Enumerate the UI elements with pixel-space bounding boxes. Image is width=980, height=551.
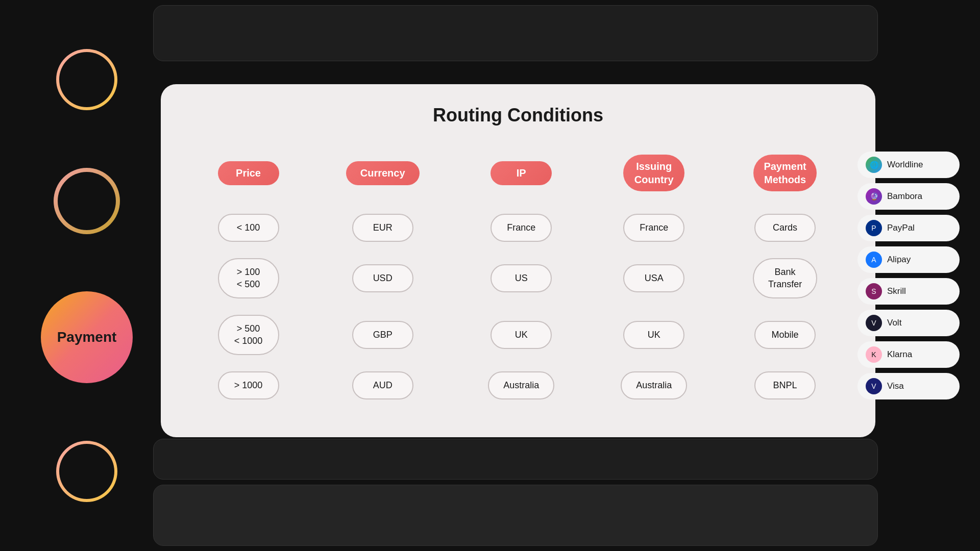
cell-payment_methods-0: Cards xyxy=(720,210,850,246)
pill-payment_methods-3: BNPL xyxy=(754,371,816,399)
paypal-label: PayPal xyxy=(887,223,915,233)
routing-card: Routing Conditions Price Currency IP Iss… xyxy=(161,84,875,437)
col-header-currency: Currency xyxy=(310,155,455,202)
pill-ip-2: UK xyxy=(491,321,552,349)
cell-ip-0: France xyxy=(455,210,587,246)
table-row: > 100< 500USDUSUSABankTransfer xyxy=(186,254,850,303)
provider-bambora[interactable]: 🔮Bambora xyxy=(857,183,960,210)
bottom-card-dark xyxy=(153,439,878,480)
pill-payment_methods-1: BankTransfer xyxy=(753,258,817,298)
table-row: < 100EURFranceFranceCards xyxy=(186,210,850,246)
cell-price-2: > 500< 1000 xyxy=(186,311,310,359)
left-decorations: Payment xyxy=(41,0,133,551)
cell-issuing_country-0: France xyxy=(587,210,720,246)
cell-ip-2: UK xyxy=(455,311,587,359)
pill-issuing_country-3: Australia xyxy=(621,371,687,399)
cell-payment_methods-2: Mobile xyxy=(720,311,850,359)
right-sidebar: 🌐Worldline🔮BamboraPPayPalAAlipaySSkrillV… xyxy=(857,152,960,399)
table-header-row: Price Currency IP IssuingCountry Payment… xyxy=(186,155,850,202)
routing-title: Routing Conditions xyxy=(186,105,850,126)
payment-methods-header-pill: PaymentMethods xyxy=(753,155,816,191)
bambora-label: Bambora xyxy=(887,191,922,202)
klarna-label: Klarna xyxy=(887,349,912,360)
bambora-icon: 🔮 xyxy=(866,188,882,205)
provider-klarna[interactable]: KKlarna xyxy=(857,341,960,368)
cell-currency-2: GBP xyxy=(310,311,455,359)
pill-ip-0: France xyxy=(491,214,552,242)
alipay-icon: A xyxy=(866,252,882,268)
cell-issuing_country-3: Australia xyxy=(587,367,720,404)
cell-currency-1: USD xyxy=(310,254,455,303)
visa-icon: V xyxy=(866,378,882,394)
col-header-price: Price xyxy=(186,155,310,202)
table-body: < 100EURFranceFranceCards> 100< 500USDUS… xyxy=(186,210,850,404)
circle-ring-top xyxy=(56,49,117,110)
top-card xyxy=(153,5,878,61)
alipay-label: Alipay xyxy=(887,255,911,265)
provider-visa[interactable]: VVisa xyxy=(857,373,960,399)
pill-currency-0: EUR xyxy=(352,214,413,242)
cell-currency-0: EUR xyxy=(310,210,455,246)
pill-payment_methods-2: Mobile xyxy=(754,321,816,349)
price-header-pill: Price xyxy=(218,161,279,185)
pill-currency-1: USD xyxy=(352,264,413,292)
pill-currency-3: AUD xyxy=(352,371,413,399)
payment-circle: Payment xyxy=(41,291,133,383)
provider-worldline[interactable]: 🌐Worldline xyxy=(857,152,960,178)
visa-label: Visa xyxy=(887,381,904,391)
circle-ring-middle xyxy=(54,168,120,234)
provider-volt[interactable]: VVolt xyxy=(857,310,960,336)
cell-price-0: < 100 xyxy=(186,210,310,246)
pill-price-1: > 100< 500 xyxy=(218,258,279,298)
provider-alipay[interactable]: AAlipay xyxy=(857,246,960,273)
cell-payment_methods-3: BNPL xyxy=(720,367,850,404)
cell-ip-3: Australia xyxy=(455,367,587,404)
provider-paypal[interactable]: PPayPal xyxy=(857,215,960,241)
skrill-label: Skrill xyxy=(887,286,906,296)
worldline-label: Worldline xyxy=(887,160,923,170)
cell-issuing_country-1: USA xyxy=(587,254,720,303)
paypal-icon: P xyxy=(866,220,882,236)
pill-issuing_country-2: UK xyxy=(623,321,684,349)
cell-ip-1: US xyxy=(455,254,587,303)
pill-price-0: < 100 xyxy=(218,214,279,242)
pill-price-2: > 500< 1000 xyxy=(218,315,279,355)
table-row: > 1000AUDAustraliaAustraliaBNPL xyxy=(186,367,850,404)
table-row: > 500< 1000GBPUKUKMobile xyxy=(186,311,850,359)
cell-price-1: > 100< 500 xyxy=(186,254,310,303)
conditions-table: Price Currency IP IssuingCountry Payment… xyxy=(186,146,850,412)
ip-header-pill: IP xyxy=(491,161,552,185)
cell-currency-3: AUD xyxy=(310,367,455,404)
klarna-icon: K xyxy=(866,346,882,363)
circle-ring-bottom xyxy=(56,441,117,502)
volt-label: Volt xyxy=(887,318,901,328)
provider-skrill[interactable]: SSkrill xyxy=(857,278,960,305)
col-header-payment-methods: PaymentMethods xyxy=(720,155,850,202)
pill-price-3: > 1000 xyxy=(218,371,279,399)
bottom-cards xyxy=(153,439,878,546)
pill-issuing_country-1: USA xyxy=(623,264,684,292)
worldline-icon: 🌐 xyxy=(866,157,882,173)
pill-currency-2: GBP xyxy=(352,321,413,349)
cell-issuing_country-2: UK xyxy=(587,311,720,359)
pill-ip-1: US xyxy=(491,264,552,292)
pill-payment_methods-0: Cards xyxy=(754,214,816,242)
skrill-icon: S xyxy=(866,283,882,299)
pill-issuing_country-0: France xyxy=(623,214,684,242)
currency-header-pill: Currency xyxy=(346,161,420,185)
issuing-country-header-pill: IssuingCountry xyxy=(623,155,684,191)
col-header-ip: IP xyxy=(455,155,587,202)
bottom-card-medium xyxy=(153,485,878,546)
cell-price-3: > 1000 xyxy=(186,367,310,404)
pill-ip-3: Australia xyxy=(488,371,554,399)
volt-icon: V xyxy=(866,315,882,331)
cell-payment_methods-1: BankTransfer xyxy=(720,254,850,303)
col-header-issuing-country: IssuingCountry xyxy=(587,155,720,202)
